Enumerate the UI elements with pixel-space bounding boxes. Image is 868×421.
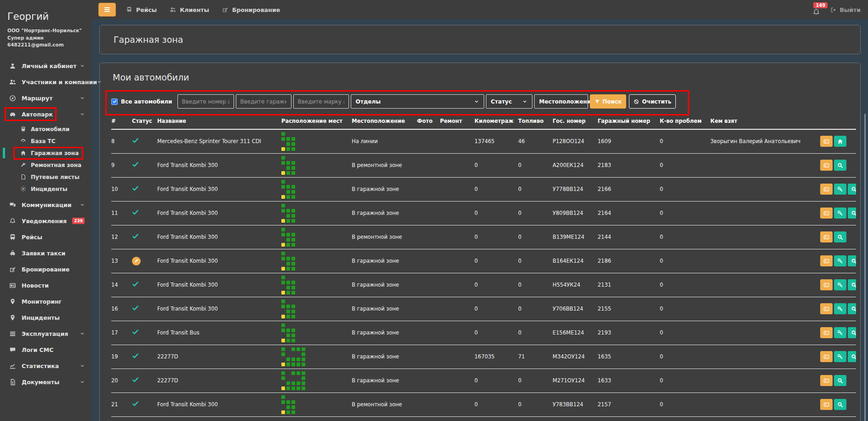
status-ok-icon	[132, 161, 139, 168]
vehicle-name: Ford Transit Kombi 300	[157, 153, 281, 177]
sidebar-item-statistics[interactable]: Статистика	[0, 358, 92, 374]
sidebar-item-route[interactable]: Маршрут	[0, 90, 92, 106]
vehicle-number-input[interactable]	[177, 94, 234, 109]
status-select[interactable]: Статус	[486, 94, 532, 109]
sidebar-item-waybills[interactable]: Путевые листы	[0, 171, 92, 183]
home-button[interactable]	[834, 136, 846, 147]
sidebar-item-fleet[interactable]: Автопарк	[0, 106, 92, 122]
taken-by	[710, 369, 818, 392]
sidebar-item-news[interactable]: Новости	[0, 277, 92, 294]
actions-cell	[818, 129, 856, 153]
sidebar-item-vehicles[interactable]: Автомобили	[0, 123, 92, 135]
clear-button[interactable]: Очистить	[629, 94, 676, 109]
search-button[interactable]	[848, 351, 856, 362]
seat-map	[281, 371, 305, 390]
key-button[interactable]	[834, 303, 846, 314]
card-button[interactable]	[820, 351, 833, 362]
scrollbar[interactable]	[864, 114, 866, 421]
search-icon	[851, 186, 856, 192]
card-button[interactable]	[820, 327, 833, 338]
sidebar-item-sms-logs[interactable]: Логи СМС	[0, 342, 92, 358]
search-button[interactable]	[834, 160, 846, 171]
wrench-icon	[20, 162, 26, 168]
seat-map	[281, 180, 295, 199]
mileage: 0	[474, 369, 518, 392]
sidebar-item-booking[interactable]: Бронирование	[0, 261, 92, 277]
topbar-right: 149 Выйти	[812, 4, 868, 16]
problem-count: 0	[660, 225, 710, 249]
card-button[interactable]	[820, 303, 833, 314]
search-button[interactable]	[848, 327, 856, 338]
sidebar-item-monitoring[interactable]: Мониторинг	[0, 294, 92, 310]
card-button[interactable]	[820, 375, 833, 386]
all-vehicles-filter[interactable]: Все автомобили	[111, 98, 172, 105]
location-select[interactable]: Местоположение	[534, 94, 588, 109]
card-button[interactable]	[820, 160, 833, 171]
topnav-clients[interactable]: Клиенты	[170, 6, 209, 13]
search-button[interactable]	[834, 375, 846, 386]
clear-button-label: Очистить	[642, 98, 671, 105]
topnav-booking[interactable]: Бронирование	[222, 6, 280, 13]
sidebar: Георгий ООО "Нортранс-Норильск" Супер ад…	[0, 0, 92, 421]
card-button[interactable]	[820, 279, 833, 290]
sidebar-item-vehicle-base[interactable]: База ТС	[0, 135, 92, 147]
key-button[interactable]	[834, 255, 846, 266]
card-button[interactable]	[820, 399, 833, 410]
logout-button[interactable]: Выйти	[830, 6, 861, 13]
sidebar-toggle-button[interactable]	[98, 3, 116, 17]
search-button[interactable]	[848, 208, 856, 219]
sidebar-item-repair-zone[interactable]: Ремонтная зона	[0, 159, 92, 171]
chevron-down-icon	[80, 96, 85, 100]
sidebar-item-communications[interactable]: Коммуникации	[0, 197, 92, 213]
search-button[interactable]	[848, 255, 856, 266]
seat-map-cell	[281, 321, 352, 345]
card-button[interactable]	[820, 136, 833, 147]
key-button[interactable]	[834, 351, 846, 362]
card-button[interactable]	[820, 184, 833, 195]
vehicle-brand-input[interactable]	[293, 94, 349, 109]
search-button[interactable]	[848, 184, 856, 195]
vehicle-row: 21Ford Transit Kombi 300В ремонтной зоне…	[111, 392, 856, 416]
plate-number: М342ОУ124	[553, 345, 598, 369]
sidebar-item-label: Уведомления	[22, 218, 67, 225]
sidebar-item-incidents-map[interactable]: Инциденты	[0, 310, 92, 326]
garage-number-input[interactable]	[236, 94, 291, 109]
card-button[interactable]	[820, 231, 833, 242]
row-number: 10	[111, 177, 132, 201]
column-header: Километраж	[474, 118, 518, 129]
notifications-bell[interactable]: 149	[812, 8, 820, 16]
sidebar-item-members-companies[interactable]: Участники и компании	[0, 74, 92, 90]
card-button[interactable]	[820, 208, 833, 219]
departments-select[interactable]: Отделы	[351, 94, 484, 109]
sidebar-item-garage-zone[interactable]: Гаражная зона	[0, 147, 92, 159]
sidebar-item-trips[interactable]: Рейсы	[0, 229, 92, 245]
vehicle-row: 12Ford Transit Kombi 300В ремонтной зоне…	[111, 225, 856, 249]
search-button[interactable]	[834, 231, 846, 242]
seat-map-cell	[281, 273, 352, 297]
sidebar-item-documents[interactable]: Документы	[0, 374, 92, 390]
topnav-trips[interactable]: Рейсы	[126, 6, 157, 13]
key-button[interactable]	[834, 208, 846, 219]
key-button[interactable]	[834, 279, 846, 290]
vehicle-row: 1922277DВ гаражной зоне16703571М342ОУ124…	[111, 345, 856, 369]
sidebar-item-label: Эксплуатация	[22, 330, 68, 337]
taken-by	[710, 345, 818, 369]
card-button[interactable]	[820, 255, 833, 266]
search-button[interactable]	[848, 279, 856, 290]
sidebar-item-personal-cabinet[interactable]: Личный кабинет	[0, 58, 92, 74]
search-button[interactable]: Поиск	[590, 94, 627, 109]
sidebar-item-taxi-requests[interactable]: Заявки такси	[0, 245, 92, 261]
sidebar-item-incidents[interactable]: Инциденты	[0, 183, 92, 195]
column-header-actions	[818, 118, 856, 129]
search-button[interactable]	[848, 303, 856, 314]
search-button[interactable]	[834, 399, 846, 410]
sidebar-item-notifications[interactable]: Уведомления239	[0, 213, 92, 229]
mileage: 0	[474, 392, 518, 416]
table-body: 8Mercedes-Benz Sprinter Tourer 311 CDIНа…	[111, 129, 856, 416]
key-button[interactable]	[834, 327, 846, 338]
check-icon	[132, 209, 139, 216]
all-vehicles-checkbox[interactable]	[111, 98, 118, 105]
key-button[interactable]	[834, 184, 846, 195]
sidebar-item-operation[interactable]: Эксплуатация	[0, 326, 92, 342]
check-icon	[132, 281, 139, 288]
